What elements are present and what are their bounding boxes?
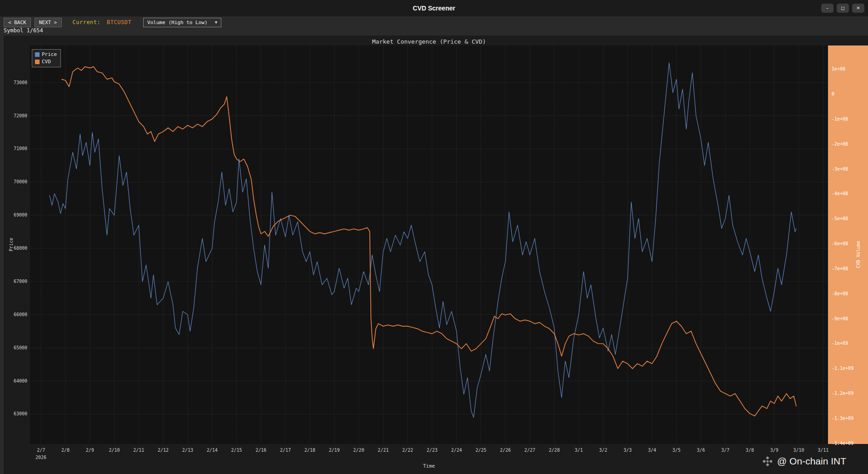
date-tick-label: 3/5 — [673, 448, 681, 453]
date-tick-label: 3/4 — [648, 448, 656, 453]
date-tick-label: 2/26 — [500, 448, 511, 453]
cvd-tick-label: -7e+08 — [832, 266, 848, 271]
date-tick-label: 3/9 — [770, 448, 778, 453]
date-tick-label: 2/16 — [255, 448, 266, 453]
date-tick-label: 2/15 — [231, 448, 242, 453]
app-window: CVD Screener – ◻ ✕ < BACK NEXT > Current… — [0, 0, 868, 474]
price-tick-label: 71000 — [4, 146, 27, 151]
close-button[interactable]: ✕ — [852, 4, 864, 13]
price-tick-label: 64000 — [4, 378, 27, 383]
date-tick-label: 3/6 — [697, 448, 705, 453]
window-title: CVD Screener — [0, 5, 868, 12]
cvd-tick-label: -4e+08 — [832, 191, 848, 196]
price-tick-label: 72000 — [4, 113, 27, 118]
price-tick-label: 65000 — [4, 345, 27, 350]
price-tick-label: 63000 — [4, 411, 27, 416]
date-tick-label: 2/21 — [378, 448, 389, 453]
date-tick-label: 3/1 — [574, 448, 583, 453]
date-tick-label: 2/14 — [207, 448, 218, 453]
legend-item-cvd: CVD — [35, 59, 57, 65]
cvd-tick-label: 0 — [832, 91, 834, 96]
price-tick-label: 67000 — [4, 279, 27, 284]
toolbar: < BACK NEXT > Current: BTCUSDT Volume (H… — [0, 16, 868, 28]
price-tick-label: 68000 — [4, 246, 27, 251]
date-tick-label: 3/10 — [793, 448, 804, 453]
window-controls: – ◻ ✕ — [821, 4, 864, 13]
chart-figure: Market Convergence (Price & CVD) Price C… — [4, 35, 868, 474]
cvd-swatch — [35, 60, 40, 64]
date-tick-label: 2/12 — [158, 448, 169, 453]
sort-dropdown-value: Volume (High to Low) — [147, 20, 207, 25]
cvd-tick-label: -1.1e+09 — [832, 366, 853, 371]
chart-canvas — [4, 35, 868, 474]
current-symbol: Current: BTCUSDT — [73, 19, 132, 25]
price-axis-label: Price — [9, 236, 14, 254]
onchain-logo-icon — [762, 456, 773, 467]
date-tick-label: 2/11 — [133, 448, 144, 453]
price-tick-label: 66000 — [4, 312, 27, 317]
cvd-tick-label: -1.4e+09 — [832, 441, 853, 446]
titlebar: CVD Screener – ◻ ✕ — [0, 0, 868, 16]
date-tick-label: 2/7 — [37, 448, 45, 453]
date-tick-label: 2/22 — [402, 448, 413, 453]
minimize-button[interactable]: – — [821, 4, 833, 13]
cvd-tick-label: -1.2e+09 — [832, 391, 853, 396]
cvd-tick-label: -5e+08 — [832, 216, 848, 221]
current-symbol-value: BTCUSDT — [107, 19, 131, 25]
chevron-down-icon: ▼ — [215, 20, 217, 25]
date-tick-label: 3/2 — [599, 448, 607, 453]
date-tick-label: 2/25 — [475, 448, 486, 453]
legend-label-cvd: CVD — [42, 59, 51, 65]
cvd-tick-label: -9e+08 — [832, 316, 848, 321]
price-tick-label: 73000 — [4, 80, 27, 85]
plot-background — [30, 45, 828, 444]
cvd-axis-label: CVD Volume — [856, 241, 861, 268]
cvd-tick-label: -1.3e+09 — [832, 416, 853, 421]
next-button[interactable]: NEXT > — [35, 18, 62, 27]
cvd-tick-label: -2e+08 — [832, 141, 848, 146]
year-label: 2026 — [35, 455, 46, 460]
cvd-tick-label: -3e+08 — [832, 166, 848, 171]
date-tick-label: 2/8 — [61, 448, 70, 453]
date-tick-label: 2/9 — [86, 448, 94, 453]
price-swatch — [35, 52, 40, 57]
current-label: Current: — [73, 19, 101, 25]
date-tick-label: 2/17 — [280, 448, 291, 453]
cvd-axis-band: CVD Volume 1e+080-1e+08-2e+08-3e+08-4e+0… — [828, 45, 868, 444]
date-tick-label: 2/28 — [549, 448, 560, 453]
time-axis-label: Time — [423, 463, 435, 469]
date-tick-label: 2/23 — [427, 448, 438, 453]
date-tick-label: 2/19 — [329, 448, 340, 453]
chart-legend: Price CVD — [32, 49, 61, 67]
date-tick-label: 2/13 — [182, 448, 193, 453]
date-tick-label: 2/20 — [353, 448, 364, 453]
date-tick-label: 3/8 — [746, 448, 754, 453]
cvd-tick-label: 1e+08 — [832, 66, 845, 71]
date-tick-label: 2/27 — [524, 448, 535, 453]
cvd-tick-label: -1e+09 — [832, 341, 848, 346]
date-tick-label: 2/18 — [304, 448, 315, 453]
date-tick-label: 3/7 — [721, 448, 729, 453]
price-tick-label: 69000 — [4, 212, 27, 217]
date-tick-label: 2/24 — [451, 448, 462, 453]
sort-dropdown[interactable]: Volume (High to Low) ▼ — [143, 18, 221, 27]
cvd-tick-label: -8e+08 — [832, 291, 848, 296]
maximize-button[interactable]: ◻ — [837, 4, 849, 13]
date-tick-label: 2/10 — [109, 448, 120, 453]
date-tick-label: 3/3 — [624, 448, 632, 453]
back-button[interactable]: < BACK — [4, 18, 31, 27]
date-tick-label: 3/11 — [818, 448, 828, 453]
footer-brand: @ On-chain INT — [762, 456, 846, 467]
legend-item-price: Price — [35, 51, 57, 57]
footer-brand-text: @ On-chain INT — [777, 456, 846, 467]
cvd-tick-label: -1e+08 — [832, 116, 848, 121]
legend-label-price: Price — [42, 51, 57, 57]
cvd-tick-label: -6e+08 — [832, 241, 848, 246]
symbol-counter: Symbol 1/654 — [4, 27, 43, 35]
price-tick-label: 70000 — [4, 179, 27, 184]
chart-title: Market Convergence (Price & CVD) — [372, 38, 486, 45]
